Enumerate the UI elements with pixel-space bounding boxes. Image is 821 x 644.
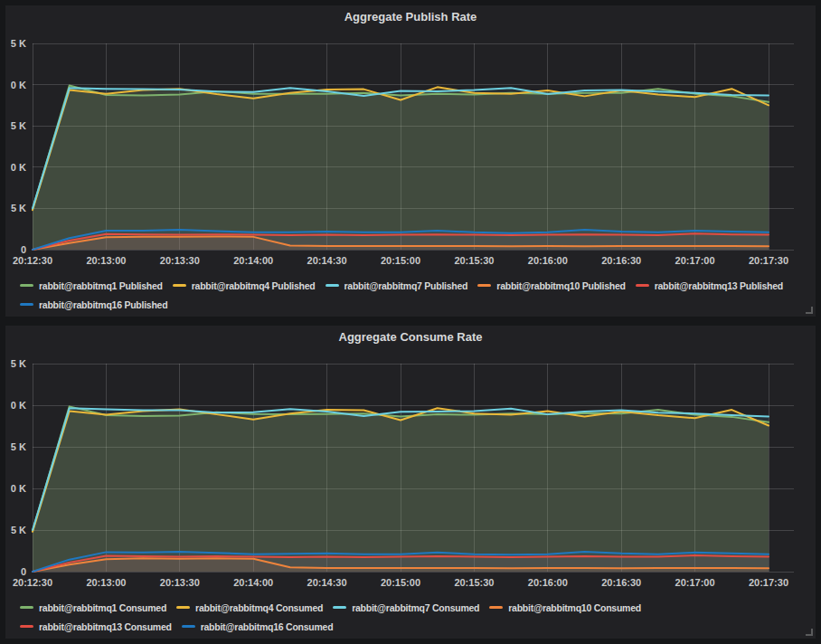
series-color-swatch (489, 606, 503, 609)
legend-label: rabbit@rabbitmq13 Consumed (39, 621, 172, 632)
series-color-swatch (326, 284, 339, 287)
x-axis-tick-label: 20:14:30 (307, 577, 347, 588)
x-axis-tick-label: 20:13:00 (86, 255, 126, 266)
x-axis-tick-label: 20:13:30 (160, 577, 200, 588)
series-color-swatch (173, 284, 186, 287)
grafana-dashboard: { "appearance": { "page_bg": "#161719", … (0, 0, 821, 644)
time-series-chart[interactable]: 05 K10 K15 K20 K25 K20:12:3020:13:0020:1… (11, 349, 810, 597)
series-color-swatch (20, 284, 33, 287)
legend-item[interactable]: rabbit@rabbitmq13 Consumed (20, 617, 172, 636)
legend-label: rabbit@rabbitmq7 Published (344, 280, 468, 291)
legend-label: rabbit@rabbitmq1 Published (39, 280, 163, 291)
x-axis-tick-label: 20:13:30 (160, 255, 200, 266)
y-axis-tick-label: 10 K (11, 483, 26, 494)
y-axis-tick-label: 0 (21, 566, 26, 577)
legend-label: rabbit@rabbitmq4 Published (192, 280, 316, 291)
chart-area: 05 K10 K15 K20 K25 K20:12:3020:13:0020:1… (11, 349, 810, 597)
legend-label: rabbit@rabbitmq16 Consumed (201, 621, 334, 632)
x-axis-tick-label: 20:14:00 (233, 255, 273, 266)
legend-item[interactable]: rabbit@rabbitmq1 Consumed (20, 598, 166, 617)
time-series-chart[interactable]: 05 K10 K15 K20 K25 K20:12:3020:13:0020:1… (11, 29, 810, 275)
legend-label: rabbit@rabbitmq16 Published (39, 299, 167, 310)
series-color-swatch (182, 625, 195, 628)
series-color-swatch (20, 303, 33, 306)
legend-label: rabbit@rabbitmq7 Consumed (352, 602, 479, 613)
legend-item[interactable]: rabbit@rabbitmq16 Consumed (182, 617, 334, 636)
chart-legend: rabbit@rabbitmq1 Consumedrabbit@rabbitmq… (5, 597, 816, 636)
legend-item[interactable]: rabbit@rabbitmq10 Published (477, 276, 625, 295)
y-axis-tick-label: 20 K (11, 400, 26, 411)
legend-label: rabbit@rabbitmq1 Consumed (39, 602, 166, 613)
legend-item[interactable]: rabbit@rabbitmq4 Consumed (176, 598, 323, 617)
legend-item[interactable]: rabbit@rabbitmq4 Published (173, 276, 316, 295)
legend-label: rabbit@rabbitmq4 Consumed (195, 602, 323, 613)
legend-item[interactable]: rabbit@rabbitmq10 Consumed (489, 598, 641, 617)
legend-item[interactable]: rabbit@rabbitmq13 Published (636, 276, 783, 295)
y-axis-tick-label: 20 K (11, 80, 26, 90)
series-color-swatch (176, 606, 190, 609)
y-axis-tick-label: 0 (21, 244, 26, 255)
series-color-swatch (20, 606, 33, 609)
chart-legend: rabbit@rabbitmq1 Publishedrabbit@rabbitm… (5, 275, 816, 314)
series-color-swatch (636, 284, 649, 287)
series-color-swatch (333, 606, 346, 609)
x-axis-tick-label: 20:16:30 (601, 577, 641, 588)
x-axis-tick-label: 20:16:00 (528, 577, 568, 588)
x-axis-tick-label: 20:15:30 (454, 577, 494, 588)
series-fills (33, 86, 769, 250)
y-axis-tick-label: 5 K (11, 525, 26, 535)
legend-label: rabbit@rabbitmq10 Consumed (508, 602, 641, 613)
x-axis-tick-label: 20:15:30 (454, 255, 494, 266)
x-axis-tick-label: 20:16:30 (601, 255, 641, 266)
series-fill (33, 408, 769, 572)
x-axis-tick-label: 20:12:30 (13, 255, 52, 266)
series-fills (33, 406, 769, 572)
x-axis-tick-label: 20:13:00 (86, 577, 126, 588)
legend-item[interactable]: rabbit@rabbitmq16 Published (20, 295, 167, 314)
series-color-swatch (20, 625, 33, 628)
chart-area: 05 K10 K15 K20 K25 K20:12:3020:13:0020:1… (11, 29, 810, 275)
y-axis-tick-label: 10 K (11, 162, 26, 173)
legend-item[interactable]: rabbit@rabbitmq7 Published (326, 276, 468, 295)
legend-label: rabbit@rabbitmq13 Published (655, 280, 783, 291)
legend-label: rabbit@rabbitmq10 Published (496, 280, 625, 291)
y-axis-tick-label: 15 K (11, 120, 26, 131)
x-axis-tick-label: 20:17:30 (749, 255, 788, 266)
y-axis-tick-label: 15 K (11, 441, 26, 452)
series-fill (33, 88, 769, 250)
y-axis-tick-label: 25 K (11, 358, 26, 369)
x-axis-tick-label: 20:15:00 (381, 255, 420, 266)
x-axis-tick-label: 20:17:00 (675, 577, 715, 588)
x-axis-tick-label: 20:14:30 (307, 255, 347, 266)
panel-resize-handle-icon[interactable] (806, 307, 813, 314)
panel-aggregate-consume-rate: Aggregate Consume Rate 05 K10 K15 K20 K2… (5, 326, 816, 639)
x-axis-tick-label: 20:17:30 (749, 577, 788, 588)
x-axis-tick-label: 20:12:30 (13, 577, 52, 588)
y-axis-tick-label: 25 K (11, 38, 26, 49)
x-axis-tick-label: 20:15:00 (381, 577, 420, 588)
x-axis-tick-label: 20:14:00 (233, 577, 273, 588)
panel-title[interactable]: Aggregate Consume Rate (5, 326, 816, 349)
y-axis-tick-label: 5 K (11, 203, 26, 213)
legend-item[interactable]: rabbit@rabbitmq1 Published (20, 276, 163, 295)
panel-resize-handle-icon[interactable] (806, 629, 813, 636)
x-axis-tick-label: 20:17:00 (675, 255, 715, 266)
x-axis-tick-label: 20:16:00 (528, 255, 568, 266)
panel-aggregate-publish-rate: Aggregate Publish Rate 05 K10 K15 K20 K2… (5, 5, 816, 317)
legend-item[interactable]: rabbit@rabbitmq7 Consumed (333, 598, 479, 617)
panel-title[interactable]: Aggregate Publish Rate (5, 5, 816, 29)
series-color-swatch (477, 284, 491, 287)
